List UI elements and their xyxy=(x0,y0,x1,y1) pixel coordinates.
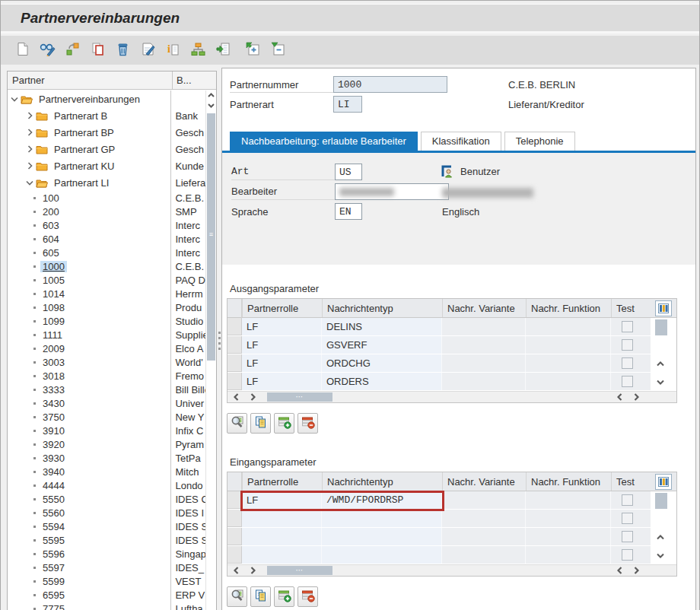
cell-partnerrolle[interactable]: LF xyxy=(242,318,322,335)
column-config-button[interactable] xyxy=(655,474,672,490)
tree-item-label[interactable]: Partnervereinbarungen xyxy=(37,94,142,105)
toolbar-info-document-button[interactable]: i xyxy=(162,40,183,61)
toolbar-hierarchy-button[interactable] xyxy=(187,40,208,61)
hscroll-right-icon[interactable] xyxy=(244,567,261,574)
hscroll-thumb[interactable]: ⋯ xyxy=(267,566,332,575)
cell-partnerrolle[interactable]: LF xyxy=(242,336,322,354)
tree-item-label[interactable]: 604 xyxy=(40,234,62,245)
row-selector[interactable] xyxy=(228,336,242,354)
cell-nachr-variante[interactable] xyxy=(442,354,526,372)
art-field[interactable]: US xyxy=(335,164,362,180)
copy-row-button[interactable] xyxy=(250,586,271,607)
toolbar-new-document-button[interactable] xyxy=(11,40,33,61)
table-scrollbar-thumb[interactable] xyxy=(655,319,667,335)
column-header-nt[interactable]: Nachrichtentyp xyxy=(322,299,442,317)
bearbeiter-field[interactable] xyxy=(335,183,449,200)
row-selector[interactable] xyxy=(228,354,242,372)
table-scrollbar-thumb[interactable] xyxy=(655,493,667,509)
tree-item-label[interactable]: 6595 xyxy=(40,589,67,601)
test-checkbox[interactable] xyxy=(622,339,633,351)
cell-nachr-variante[interactable] xyxy=(442,336,526,354)
column-header-nv[interactable]: Nachr. Variante xyxy=(442,299,526,317)
tree-item-label[interactable]: 1005 xyxy=(40,275,67,286)
table-corner-cell[interactable] xyxy=(228,472,242,491)
tree-item-label[interactable]: Partnerart KU xyxy=(52,160,116,172)
cell-nachr-funktion[interactable] xyxy=(526,528,611,545)
hscroll-right-icon[interactable] xyxy=(244,393,261,401)
column-header-nt[interactable]: Nachrichtentyp xyxy=(322,472,442,491)
toolbar-delete-button[interactable] xyxy=(112,40,133,61)
cell-nachrichtentyp[interactable] xyxy=(322,510,442,527)
hscroll-thumb[interactable]: ⋯ xyxy=(267,392,332,402)
column-header-test[interactable]: Test xyxy=(611,299,651,317)
tree-item-label[interactable]: 603 xyxy=(40,220,62,231)
test-checkbox[interactable] xyxy=(622,513,633,524)
cell-nachrichtentyp[interactable]: GSVERF xyxy=(322,336,442,354)
tree-item-label[interactable]: 2009 xyxy=(40,343,67,354)
page-right-icon[interactable] xyxy=(628,567,644,574)
cell-partnerrolle[interactable] xyxy=(242,510,322,527)
tree-item-label[interactable]: 5599 xyxy=(40,576,67,587)
tree-item-label[interactable]: 3930 xyxy=(40,453,67,464)
toolbar-copy-button[interactable] xyxy=(87,40,108,61)
cell-nachr-funktion[interactable] xyxy=(526,336,611,354)
test-checkbox[interactable] xyxy=(622,494,633,506)
table-corner-cell[interactable] xyxy=(228,299,242,318)
tab-nachbearbeitung[interactable]: Nachbearbeitung: erlaubte Bearbeiter xyxy=(230,132,418,151)
tree-item-label[interactable]: 5595 xyxy=(40,535,67,546)
tree-item-label[interactable]: 200 xyxy=(40,206,62,218)
cell-nachr-funktion[interactable] xyxy=(526,491,611,509)
scroll-down-icon[interactable] xyxy=(206,100,216,110)
cell-nachr-variante[interactable] xyxy=(442,373,526,390)
tree-item-label[interactable]: 1099 xyxy=(40,316,67,327)
cell-nachr-funktion[interactable] xyxy=(526,373,611,390)
tree-item-label[interactable]: 3430 xyxy=(40,398,67,409)
cell-nachr-variante[interactable] xyxy=(442,546,526,564)
tree-item-label[interactable]: 5560 xyxy=(40,507,67,519)
partnerart-field[interactable]: LI xyxy=(333,96,362,113)
cell-nachr-variante[interactable] xyxy=(442,528,526,545)
cell-nachrichtentyp[interactable] xyxy=(322,528,442,545)
tree-item-label[interactable]: 4444 xyxy=(40,480,67,491)
column-header-pr[interactable]: Partnerrolle xyxy=(242,299,322,317)
tree-column-partner[interactable]: Partner xyxy=(8,71,172,89)
tree-item-label[interactable]: 3018 xyxy=(40,370,67,382)
tree-item-label[interactable]: 1111 xyxy=(40,329,65,341)
cell-nachr-funktion[interactable] xyxy=(526,510,611,527)
collapse-node-icon[interactable] xyxy=(26,180,33,186)
tree-item-label[interactable]: 3910 xyxy=(40,425,67,437)
collapse-node-icon[interactable] xyxy=(11,97,18,102)
cell-partnerrolle[interactable] xyxy=(242,546,322,564)
tree-item-label[interactable]: 3003 xyxy=(40,357,67,368)
row-selector[interactable] xyxy=(228,318,242,335)
tree-item-label[interactable]: 3940 xyxy=(40,466,67,478)
scroll-up-icon[interactable] xyxy=(657,531,664,542)
column-config-button[interactable] xyxy=(655,300,672,316)
tree-item-label[interactable]: Partnerart B xyxy=(52,110,110,122)
tree-scrollbar-thumb[interactable]: ≡ xyxy=(207,113,215,361)
cell-nachrichtentyp[interactable]: /WMD/FPORDRSP xyxy=(322,491,442,509)
tree-item-label[interactable]: 605 xyxy=(40,247,62,259)
row-selector[interactable] xyxy=(228,373,242,390)
tree-column-b[interactable]: B... xyxy=(172,71,205,89)
test-checkbox[interactable] xyxy=(622,531,633,542)
toolbar-import-list-button[interactable] xyxy=(212,40,234,61)
test-checkbox[interactable] xyxy=(622,357,633,369)
tab-telephonie[interactable]: Telephonie xyxy=(504,132,575,151)
cell-nachr-variante[interactable] xyxy=(442,510,526,527)
test-checkbox[interactable] xyxy=(622,549,633,561)
tree-vertical-scrollbar[interactable]: ≡ xyxy=(205,91,216,610)
tree-item-label[interactable]: 5596 xyxy=(40,548,67,560)
tree-item-label[interactable]: 100 xyxy=(40,192,62,204)
cell-nachr-funktion[interactable] xyxy=(526,354,611,372)
row-selector[interactable] xyxy=(228,510,242,527)
test-checkbox[interactable] xyxy=(622,321,633,332)
tree-item-label[interactable]: 3920 xyxy=(40,439,67,450)
toolbar-expand-all-button[interactable] xyxy=(242,40,263,61)
cell-nachr-variante[interactable] xyxy=(442,491,526,509)
row-selector[interactable] xyxy=(228,491,242,509)
column-header-test[interactable]: Test xyxy=(611,472,651,491)
hscroll-left-icon[interactable] xyxy=(228,567,244,574)
cell-partnerrolle[interactable] xyxy=(242,528,322,545)
tree-item-label[interactable]: 5597 xyxy=(40,562,67,573)
